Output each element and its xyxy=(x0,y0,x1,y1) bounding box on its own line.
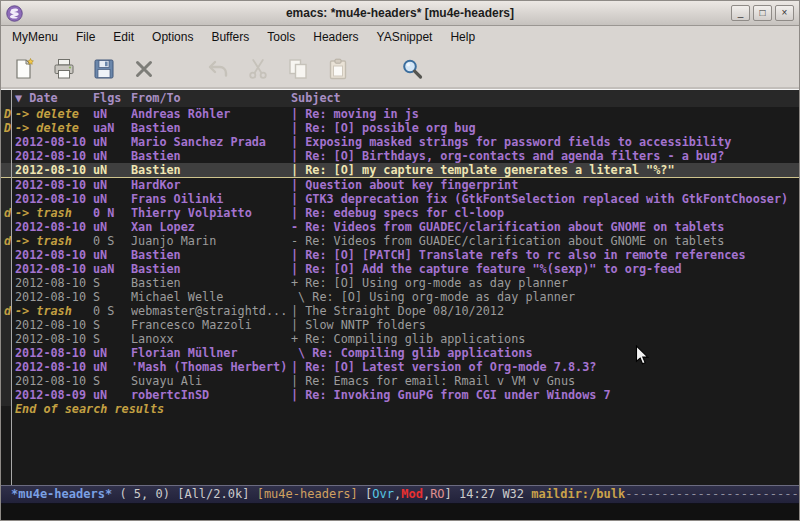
message-subject: | Re: [O] Add the capture feature "%(sex… xyxy=(291,262,799,276)
message-date: 2012-08-10 xyxy=(15,360,93,374)
message-subject: | Exposing masked strings for password f… xyxy=(291,135,799,149)
titlebar[interactable]: emacs: *mu4e-headers* [mu4e-headers] _□× xyxy=(1,1,799,26)
new-file-icon xyxy=(12,57,38,81)
copy-button[interactable] xyxy=(283,53,315,85)
menu-mymenu[interactable]: MyMenu xyxy=(3,26,67,49)
modeline-modified-indicator: Mod xyxy=(401,487,423,501)
message-date: -> delete xyxy=(15,121,93,135)
minimize-button[interactable]: _ xyxy=(731,5,750,21)
header-line: ▼ Date Flgs From/To Subject xyxy=(1,90,799,107)
message-from: HardKor xyxy=(131,178,291,192)
message-row[interactable]: 2012-08-10uNBastien| Re: [O] [PATCH] Tra… xyxy=(1,248,799,262)
message-row[interactable]: d-> trash0 NThierry Volpiatto| Re: edebu… xyxy=(1,206,799,220)
menu-edit[interactable]: Edit xyxy=(104,26,143,49)
message-row[interactable]: 2012-08-10uNFrans Oilinki| GTK3 deprecat… xyxy=(1,192,799,206)
message-row[interactable]: 2012-08-10uNBastien| Re: [O] Birthdays, … xyxy=(1,149,799,163)
message-row[interactable]: 2012-08-10SBastien+ Re: [O] Using org-mo… xyxy=(1,276,799,290)
modeline-week: W32 xyxy=(502,487,531,501)
column-header-flags[interactable]: Flgs xyxy=(93,90,131,107)
message-mark xyxy=(4,374,15,388)
undo-button[interactable] xyxy=(203,53,235,85)
cut-button[interactable] xyxy=(243,53,275,85)
message-from: Bastien xyxy=(131,163,291,177)
column-header-from[interactable]: From/To xyxy=(131,90,291,107)
modeline-maildir: maildir:/bulk xyxy=(531,487,625,501)
search-button[interactable] xyxy=(397,53,429,85)
echo-area[interactable] xyxy=(1,504,799,520)
message-row[interactable]: 2012-08-09uNrobertcInSD| Re: Invoking Gn… xyxy=(1,388,799,402)
menu-tools[interactable]: Tools xyxy=(258,26,304,49)
menu-options[interactable]: Options xyxy=(143,26,202,49)
menu-help[interactable]: Help xyxy=(441,26,484,49)
message-row[interactable]: 2012-08-10uNHardKor| Question about key … xyxy=(1,178,799,192)
toolbar-separator xyxy=(169,69,203,70)
message-date: -> trash xyxy=(15,206,93,220)
message-subject: | Re: [O] [PATCH] Translate refs to rc a… xyxy=(291,248,799,262)
message-row[interactable]: 2012-08-10uNMario Sanchez Prada| Exposin… xyxy=(1,135,799,149)
message-row[interactable]: 2012-08-10uN'Mash (Thomas Herbert)| Re: … xyxy=(1,360,799,374)
message-from: Bastien xyxy=(131,262,291,276)
message-row[interactable]: D-> deleteuaNBastien| Re: [O] possible o… xyxy=(1,121,799,135)
message-mark: d xyxy=(4,304,15,318)
message-flags: uN xyxy=(93,135,131,149)
message-mark xyxy=(4,262,15,276)
menu-yasnippet[interactable]: YASnippet xyxy=(368,26,442,49)
message-row[interactable]: D-> deleteuNAndreas Röhler| Re: moving i… xyxy=(1,107,799,121)
toolbar xyxy=(1,49,799,90)
message-from: Francesco Mazzoli xyxy=(131,318,291,332)
modeline-readonly-indicator: RO xyxy=(430,487,444,501)
message-row[interactable]: d-> trash0 Swebmaster@straightd...| The … xyxy=(1,304,799,318)
message-flags: S xyxy=(93,276,131,290)
column-header-subject[interactable]: Subject xyxy=(291,90,341,107)
emacs-window: emacs: *mu4e-headers* [mu4e-headers] _□×… xyxy=(0,0,800,521)
message-from: Suvayu Ali xyxy=(131,374,291,388)
message-mark xyxy=(4,248,15,262)
column-header-date[interactable]: ▼ Date xyxy=(15,90,93,107)
message-subject: | The Straight Dope 08/10/2012 xyxy=(291,304,799,318)
message-date: 2012-08-10 xyxy=(15,290,93,304)
close-button[interactable]: × xyxy=(775,5,794,21)
message-mark xyxy=(4,163,15,177)
message-row[interactable]: 2012-08-10uNBastien| Re: [O] my capture … xyxy=(1,163,799,178)
message-row[interactable]: 2012-08-10SMichael Welle \ Re: [O] Using… xyxy=(1,290,799,304)
message-subject: | Re: [O] my capture template generates … xyxy=(291,163,799,177)
message-subject: - Re: Videos from GUADEC/clarification a… xyxy=(291,234,799,248)
message-mark xyxy=(4,178,15,192)
new-file-button[interactable] xyxy=(9,53,41,85)
save-button[interactable] xyxy=(89,53,121,85)
message-mark xyxy=(4,220,15,234)
maximize-button[interactable]: □ xyxy=(753,5,772,21)
message-row[interactable]: 2012-08-10uNXan Lopez- Re: Videos from G… xyxy=(1,220,799,234)
modeline-buffer-name: *mu4e-headers* xyxy=(11,487,112,501)
message-row[interactable]: 2012-08-10uNFlorian Müllner \ Re: Compil… xyxy=(1,346,799,360)
message-row[interactable]: 2012-08-10SSuvayu Ali| Re: Emacs for ema… xyxy=(1,374,799,388)
message-date: 2012-08-10 xyxy=(15,163,93,177)
modeline-bracket-close: ] xyxy=(445,487,459,501)
message-subject: - Re: Videos from GUADEC/clarification a… xyxy=(291,220,799,234)
message-date: -> delete xyxy=(15,107,93,121)
paste-icon xyxy=(326,57,352,81)
message-subject: \ Re: Compiling glib applications xyxy=(291,346,799,360)
message-row[interactable]: 2012-08-10SLanoxx+ Re: Compiling glib ap… xyxy=(1,332,799,346)
message-from: Xan Lopez xyxy=(131,220,291,234)
message-row[interactable]: d-> trash0 SJuanjo Marin- Re: Videos fro… xyxy=(1,234,799,248)
message-row[interactable]: 2012-08-10uaNBastien| Re: [O] Add the ca… xyxy=(1,262,799,276)
message-subject: + Re: Compiling glib applications xyxy=(291,332,799,346)
message-row[interactable]: 2012-08-10SFrancesco Mazzoli| Slow NNTP … xyxy=(1,318,799,332)
message-mark: d xyxy=(4,206,15,220)
message-flags: uN xyxy=(93,107,131,121)
paste-button[interactable] xyxy=(323,53,355,85)
menu-file[interactable]: File xyxy=(67,26,104,49)
menu-headers[interactable]: Headers xyxy=(304,26,367,49)
print-button[interactable] xyxy=(49,53,81,85)
copy-icon xyxy=(286,57,312,81)
buffer-area[interactable]: ▼ Date Flgs From/To Subject D-> deleteuN… xyxy=(1,90,799,485)
menu-buffers[interactable]: Buffers xyxy=(202,26,258,49)
message-flags: uN xyxy=(93,248,131,262)
message-mark: D xyxy=(4,107,15,121)
close-button[interactable] xyxy=(129,53,161,85)
message-list: D-> deleteuNAndreas Röhler| Re: moving i… xyxy=(1,107,799,402)
message-mark xyxy=(4,360,15,374)
message-from: Andreas Röhler xyxy=(131,107,291,121)
message-date: 2012-08-10 xyxy=(15,220,93,234)
